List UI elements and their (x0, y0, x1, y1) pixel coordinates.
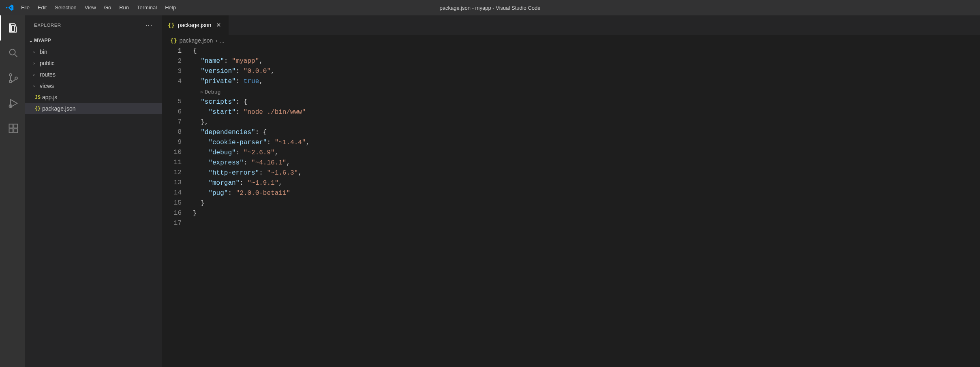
activity-extensions[interactable] (1, 116, 26, 141)
project-header[interactable]: ⌄ MYAPP (25, 35, 162, 46)
code-line-5[interactable]: "scripts": { (193, 97, 980, 107)
menu-help[interactable]: Help (161, 0, 180, 15)
menu-go[interactable]: Go (100, 0, 115, 15)
code-line-6[interactable]: "start": "node ./bin/www" (193, 107, 980, 117)
braces-icon: {} (170, 37, 177, 44)
svg-point-3 (15, 77, 17, 79)
file-tree: ›bin›public›routes›viewsJSapp.js{}packag… (25, 46, 162, 114)
code-lens-debug[interactable]: ▷Debug (201, 87, 220, 97)
svg-rect-7 (14, 129, 17, 132)
tree-item-views[interactable]: ›views (25, 80, 162, 92)
svg-rect-6 (9, 129, 13, 132)
more-icon[interactable]: ⋯ (145, 21, 153, 30)
tab-bar: {} package.json ✕ (162, 15, 980, 35)
menu-view[interactable]: View (81, 0, 100, 15)
braces-icon: {} (168, 22, 175, 28)
svg-point-1 (9, 74, 12, 76)
code-line-9[interactable]: "cookie-parser": "~1.4.4", (193, 138, 980, 148)
tree-item-app-js[interactable]: JSapp.js (25, 92, 162, 103)
breadcrumb-file: package.json (180, 37, 213, 44)
close-icon[interactable]: ✕ (214, 21, 223, 29)
svg-point-0 (10, 49, 15, 55)
tab-label: package.json (178, 22, 212, 28)
chevron-right-icon: › (33, 83, 40, 88)
tree-item-package-json[interactable]: {}package.json (25, 103, 162, 114)
code-lines: { "name": "myapp", "version": "0.0.0", "… (189, 46, 980, 367)
menu-selection[interactable]: Selection (51, 0, 80, 15)
activity-explorer[interactable] (0, 15, 25, 41)
svg-point-2 (9, 80, 12, 83)
tree-item-public[interactable]: ›public (25, 58, 162, 69)
gutter: 1234 567891011121314151617 (162, 46, 189, 367)
play-icon: ▷ (201, 87, 203, 97)
code-line-7[interactable]: }, (193, 117, 980, 128)
file-icon: {} (33, 106, 42, 111)
tree-item-bin[interactable]: ›bin (25, 46, 162, 58)
title-bar: FileEditSelectionViewGoRunTerminalHelp p… (0, 0, 980, 15)
activity-source-control[interactable] (1, 66, 26, 91)
project-name: MYAPP (34, 38, 51, 43)
code-line-8[interactable]: "dependencies": { (193, 128, 980, 138)
activity-bar (0, 15, 25, 367)
code-editor[interactable]: 1234 567891011121314151617 { "name": "my… (162, 46, 980, 367)
window-title: package.json - myapp - Visual Studio Cod… (439, 5, 540, 11)
menu-run[interactable]: Run (115, 0, 133, 15)
code-line-14[interactable]: "pug": "2.0.0-beta11" (193, 188, 980, 198)
breadcrumb-tail: ... (220, 37, 225, 44)
editor-area: {} package.json ✕ {} package.json › ... … (162, 15, 980, 367)
svg-rect-8 (14, 124, 17, 128)
code-line-16[interactable]: } (193, 209, 980, 219)
menu-file[interactable]: File (17, 0, 34, 15)
chevron-right-icon: › (215, 37, 217, 44)
code-line-3[interactable]: "version": "0.0.0", (193, 66, 980, 77)
breadcrumb[interactable]: {} package.json › ... (162, 35, 980, 46)
code-line-13[interactable]: "morgan": "~1.9.1", (193, 178, 980, 188)
menu-bar: FileEditSelectionViewGoRunTerminalHelp (17, 0, 180, 15)
code-line-10[interactable]: "debug": "~2.6.9", (193, 148, 980, 158)
menu-terminal[interactable]: Terminal (133, 0, 161, 15)
code-line-4[interactable]: "private": true, (193, 77, 980, 87)
code-line-2[interactable]: "name": "myapp", (193, 56, 980, 66)
svg-rect-5 (9, 124, 13, 128)
chevron-right-icon: › (33, 72, 40, 77)
chevron-down-icon: ⌄ (28, 38, 34, 43)
chevron-right-icon: › (33, 49, 40, 54)
activity-run-debug[interactable] (1, 91, 26, 116)
code-line-15[interactable]: } (193, 198, 980, 209)
menu-edit[interactable]: Edit (34, 0, 51, 15)
chevron-right-icon: › (33, 61, 40, 66)
activity-search[interactable] (1, 41, 26, 66)
code-line-12[interactable]: "http-errors": "~1.6.3", (193, 168, 980, 178)
tree-item-routes[interactable]: ›routes (25, 69, 162, 80)
vscode-icon (2, 4, 17, 12)
code-line-11[interactable]: "express": "~4.16.1", (193, 158, 980, 168)
sidebar-header: EXPLORER ⋯ (25, 15, 162, 35)
sidebar-title: EXPLORER (34, 23, 145, 28)
code-line-1[interactable]: { (193, 46, 980, 56)
tab-package-json[interactable]: {} package.json ✕ (162, 15, 229, 35)
file-icon: JS (33, 94, 42, 100)
sidebar: EXPLORER ⋯ ⌄ MYAPP ›bin›public›routes›vi… (25, 15, 162, 367)
